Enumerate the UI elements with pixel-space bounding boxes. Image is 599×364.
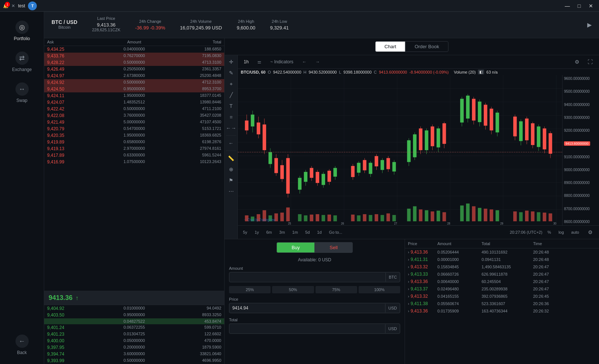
bid-row[interactable]: 9,403.50 0.95000000 8933.3250	[44, 312, 224, 318]
trade-history-row[interactable]: ›9,413.36 0.01735909 163.40736344 20:26:…	[405, 307, 599, 315]
ask-row[interactable]: 9,416.99 1.07500000 10123.2643	[44, 159, 224, 165]
ask-row[interactable]: 9,424.97 2.67380000 25200.4848	[44, 73, 224, 79]
flag-tool[interactable]: ⚑	[225, 175, 237, 185]
ask-row[interactable]: 9,419.13 2.97000000 27974.8161	[44, 145, 224, 152]
back-arrow-tool[interactable]: ←	[225, 138, 237, 148]
log-toggle[interactable]: log	[556, 230, 566, 235]
tab-orderbook[interactable]: Order Book	[405, 41, 448, 52]
minimize-button[interactable]: —	[562, 2, 572, 10]
tf-bars[interactable]: ⚌	[254, 59, 264, 65]
ask-row[interactable]: 9,419.89 0.65800000 6198.2876	[44, 139, 224, 145]
maximize-button[interactable]: □	[574, 2, 584, 10]
tf-indicators[interactable]: ~ Indicators	[267, 59, 296, 65]
zoom-tool[interactable]: ⊕	[225, 164, 237, 174]
tf-5d[interactable]: 5d	[303, 230, 312, 235]
more-tools-btn[interactable]: ⋯	[225, 186, 237, 197]
bid-row[interactable]: 9,401.24 0.06372255 599.0710	[44, 324, 224, 331]
price-field: Price USD	[225, 295, 405, 315]
amount-input[interactable]	[229, 272, 385, 282]
ask-row[interactable]: 9,422.08 3.76000000 35427.0208	[44, 112, 224, 119]
trade-history-row[interactable]: ›9,413.36 0.05206444 490.10131692 20:26:…	[405, 248, 599, 256]
vol-toggle[interactable]: ◧	[478, 70, 484, 74]
sidebar-item-swap[interactable]: ↔ Swap	[0, 78, 44, 107]
trade-history-row[interactable]: ›9,413.32 0.15834845 1,490.58463135 20:2…	[405, 263, 599, 271]
tf-1d[interactable]: 1d	[315, 230, 324, 235]
bid-row[interactable]: 9,400.00 0.05000000 470.0000	[44, 338, 224, 344]
tf-5y[interactable]: 5y	[241, 230, 250, 235]
ask-row[interactable]: 9,424.07 1.48352512 13980.8446	[44, 99, 224, 106]
notification-bell[interactable]: 🔔 1	[3, 3, 8, 8]
tf-1h[interactable]: 1h	[241, 59, 251, 65]
ask-row[interactable]: 9,417.89 0.63300000 5961.5244	[44, 152, 224, 159]
bid-row[interactable]: 9,401.23 0.01304725 122.6602	[44, 331, 224, 338]
trend-tool[interactable]: ╱	[225, 90, 237, 100]
tf-1m[interactable]: 1m	[290, 230, 300, 235]
pattern-tool[interactable]: ⌗	[225, 112, 237, 122]
bid-row[interactable]: 9,393.99 0.50000000 4696.9950	[44, 357, 224, 364]
ask-row[interactable]: 9,422.42 0.50000000 4711.2100	[44, 106, 224, 112]
pct-100[interactable]: 100%	[359, 286, 400, 293]
tf-1y[interactable]: 1y	[253, 230, 261, 235]
ohlc-c-val: 9413.60000000	[379, 70, 407, 74]
price-direction: ↑	[75, 295, 78, 301]
tf-goto[interactable]: Go to...	[327, 230, 345, 235]
trade-history-row[interactable]: ›9,413.33 0.06660726 626.99611878 20:26:…	[405, 271, 599, 278]
pct-50[interactable]: 50%	[272, 286, 314, 293]
text-tool[interactable]: T	[225, 101, 237, 111]
sidebar-item-exchange[interactable]: ⇄ Exchange	[0, 47, 44, 77]
ask-total: 2361.3357	[163, 67, 221, 72]
ask-row[interactable]: 9,428.22 0.50000000 4713.3100	[44, 59, 224, 66]
svg-rect-18	[245, 120, 249, 130]
sell-tab[interactable]: Sell	[315, 242, 353, 253]
close-button[interactable]: ✕	[586, 2, 596, 10]
fullscreen-icon[interactable]: ⛶	[584, 57, 596, 67]
settings-icon[interactable]: ⚙	[571, 57, 583, 67]
nav-forward[interactable]: →	[313, 59, 323, 65]
crosshair-tool[interactable]: ✛	[225, 57, 237, 67]
draw-tool[interactable]: ✎	[225, 68, 237, 78]
trade-history-row[interactable]: ›9,413.37 0.02496480 235.00289938 20:26:…	[405, 285, 599, 293]
th-price-val: 9,413.36	[411, 279, 428, 284]
bid-amount: 0.04827522	[105, 319, 163, 324]
pct-toggle[interactable]: %	[545, 230, 553, 235]
trade-history-row[interactable]: ›9,411.38 0.05560674 523.3361607 20:26:3…	[405, 300, 599, 307]
bid-row[interactable]: 9,394.74 3.60000000 33821.0640	[44, 351, 224, 357]
cursor-tool[interactable]: ⌖	[225, 79, 237, 89]
svg-rect-80	[466, 96, 470, 119]
chart-settings-bottom[interactable]: ⚙	[584, 227, 596, 237]
svg-rect-134	[443, 212, 446, 222]
bid-row[interactable]: 0.04827522 453.8474	[44, 318, 224, 324]
pct-75[interactable]: 75%	[316, 286, 357, 293]
ruler-tool[interactable]: 📏	[225, 153, 237, 163]
sidebar-item-portfolio[interactable]: ◎ Portfolio	[0, 16, 44, 46]
buy-tab[interactable]: Buy	[276, 242, 315, 253]
ask-row[interactable]: 9,434.25 0.04000000 188.6850	[44, 46, 224, 53]
ask-row[interactable]: 9,433.76 0.76270000 7195.0830	[44, 53, 224, 59]
bid-row[interactable]: 9,397.95 0.20000000 1879.5900	[44, 344, 224, 351]
tf-6m[interactable]: 6m	[264, 230, 274, 235]
total-input[interactable]	[229, 324, 385, 333]
tab-chart[interactable]: Chart	[375, 41, 405, 52]
pct-25[interactable]: 25%	[229, 286, 271, 293]
trade-history-row[interactable]: ›9,411.31 0.00001000 0.0941131 20:26:48	[405, 256, 599, 263]
row-arrow: ›	[408, 250, 409, 254]
nav-back[interactable]: ←	[299, 59, 310, 65]
ask-row[interactable]: 9,424.92 0.50000000 4712.3100	[44, 79, 224, 86]
tf-3m[interactable]: 3m	[277, 230, 287, 235]
price-input[interactable]	[229, 303, 385, 313]
measure-tool[interactable]: ←→	[225, 123, 237, 133]
ask-row[interactable]: 9,424.11 1.95000000 18377.0145	[44, 92, 224, 99]
ask-row[interactable]: 9,426.49 0.25050000 2361.3357	[44, 66, 224, 73]
trade-history-row[interactable]: ›9,413.36 0.00640000 60.245504 20:26:47	[405, 278, 599, 285]
ask-row[interactable]: 9,420.79 0.54700000 5153.1721	[44, 126, 224, 132]
collapse-button[interactable]: ▶	[587, 21, 592, 28]
sidebar: ◎ Portfolio ⇄ Exchange ↔ Swap ← Back	[0, 12, 44, 364]
ask-row[interactable]: 9,420.35 1.95000000 18369.6825	[44, 132, 224, 139]
sidebar-item-back[interactable]: ← Back	[0, 330, 44, 360]
auto-toggle[interactable]: auto	[569, 230, 581, 235]
th-time-val: 20:26:45	[533, 294, 563, 298]
ask-row[interactable]: 9,424.50 0.95000000 8953.3700	[44, 86, 224, 92]
trade-history-row[interactable]: ›9,413.32 0.04165155 392.07936865 20:26:…	[405, 293, 599, 300]
bid-row[interactable]: 9,404.92 0.01000000 94.0492	[44, 305, 224, 312]
ask-row[interactable]: 9,421.49 5.00000000 47107.4500	[44, 119, 224, 126]
